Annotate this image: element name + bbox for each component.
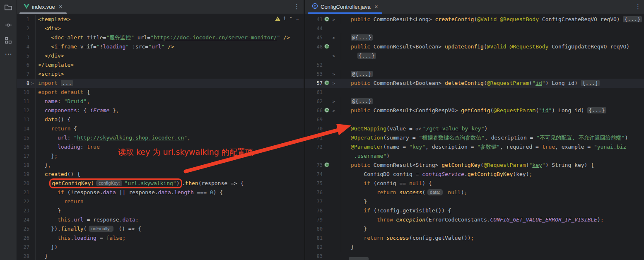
fold-chevron-icon[interactable]: > xyxy=(331,106,337,116)
code-line[interactable]: 71@Operation(summary = "根据参数键名查询参数值", de… xyxy=(305,133,644,142)
code-line[interactable]: 73public CommonResult<String> getConfigK… xyxy=(305,161,644,170)
code-line[interactable]: 22 return xyxy=(17,197,304,206)
code-line[interactable]: 8>import ... xyxy=(17,79,304,88)
line-number: 78 xyxy=(305,206,323,215)
line-number: 28 xyxy=(17,252,29,260)
code-line[interactable]: 2 <div> xyxy=(17,24,304,33)
fold-chevron-icon[interactable]: > xyxy=(29,79,35,88)
code-line[interactable]: 52 xyxy=(305,60,644,70)
prev-warning-icon[interactable]: ⌃ xyxy=(289,16,293,22)
code-line[interactable]: 77 } xyxy=(305,197,644,206)
request-mapping-icon[interactable] xyxy=(323,16,331,25)
line-number: 62 xyxy=(305,97,323,106)
line-number: 20 xyxy=(17,179,29,188)
kebab-menu-icon[interactable]: ⋮ xyxy=(294,3,300,10)
code-line[interactable]: 7<script> xyxy=(17,70,304,79)
inspection-widget[interactable]: 1 ⌃ ⌄ xyxy=(275,16,299,22)
code-line[interactable]: 16 loading: true xyxy=(17,142,304,152)
code-line[interactable]: 20 getConfigKey(configKey:"url.skywalkin… xyxy=(17,179,304,188)
code-line[interactable]: 15 url: "http://skywalking.shop.iocoder.… xyxy=(17,133,304,142)
line-number: 17 xyxy=(17,152,29,161)
code-line[interactable]: 66>public CommonResult<ConfigRespVO> get… xyxy=(305,106,644,115)
code-line[interactable]: 45>@{...} xyxy=(305,33,644,42)
code-line[interactable]: 81 return success(config.getValue()); xyxy=(305,234,644,243)
code-line[interactable]: 1<template> xyxy=(17,15,304,24)
close-icon[interactable]: ✕ xyxy=(374,4,378,10)
code-line[interactable]: 4 <i-frame v-if="!loading" :src="url" /> xyxy=(17,42,304,51)
code-line[interactable]: 13 data() { xyxy=(17,115,304,124)
code-line[interactable]: 70@GetMapping(value = ⊕˅"/get-value-by-k… xyxy=(305,124,644,133)
fold-chevron-icon[interactable]: > xyxy=(331,34,337,43)
more-icon[interactable]: ⋯ xyxy=(5,50,12,58)
code-line[interactable]: 72@Parameter(name = "key", description =… xyxy=(305,142,644,152)
request-mapping-icon[interactable] xyxy=(323,79,331,89)
code-line[interactable]: 24 this.url = response.data; xyxy=(17,215,304,224)
code-line[interactable]: 3 <doc-alert title="服务监控" url="https://d… xyxy=(17,33,304,42)
code-line[interactable]: 27 }) xyxy=(17,243,304,252)
code-line[interactable]: 5 </div> xyxy=(17,51,304,60)
request-mapping-icon[interactable] xyxy=(323,107,331,116)
code-line[interactable]: 61 xyxy=(305,88,644,97)
code-line[interactable]: 18 }, xyxy=(17,161,304,170)
tab-index-vue[interactable]: index.vue ✕ xyxy=(19,0,67,14)
code-line[interactable]: 44 xyxy=(305,24,644,33)
code-line[interactable]: 17 }; xyxy=(17,152,304,161)
close-icon[interactable]: ✕ xyxy=(59,4,63,10)
code-line[interactable]: 80 } xyxy=(305,224,644,234)
tab-configcontroller-java[interactable]: C ConfigController.java ✕ xyxy=(308,0,382,14)
line-number: 19 xyxy=(17,170,29,179)
fold-chevron-icon[interactable]: > xyxy=(331,52,337,61)
tab-bar-right: C ConfigController.java ✕ ⋮ xyxy=(305,0,644,14)
fold-chevron-icon[interactable]: > xyxy=(331,97,337,106)
kebab-menu-icon[interactable]: ⋮ xyxy=(635,3,641,10)
code-line[interactable]: 14 return { xyxy=(17,124,304,133)
fold-chevron-icon[interactable]: > xyxy=(331,15,337,24)
code-line[interactable]: 57>public CommonResult<Boolean> deleteCo… xyxy=(305,79,644,88)
code-line[interactable]: 6</template> xyxy=(17,60,304,70)
code-line[interactable]: 26 this.loading = false; xyxy=(17,234,304,243)
line-number: 82 xyxy=(305,243,323,252)
code-line[interactable]: 53>@{...} xyxy=(305,70,644,79)
structure-icon[interactable] xyxy=(5,37,12,46)
code-line[interactable]: 21 if (!response.data || response.data.l… xyxy=(17,188,304,197)
code-line[interactable]: 48public CommonResult<Boolean> updateCon… xyxy=(305,42,644,51)
code-line[interactable]: 25 }).finally(onFinally: () => { xyxy=(17,224,304,234)
project-folder-icon[interactable] xyxy=(4,3,12,13)
editor-pane-left: index.vue ✕ ⋮ 1<template>2 <div>3 <doc-a… xyxy=(17,0,304,260)
code-line[interactable]: 11 name: "Druid", xyxy=(17,97,304,106)
code-line[interactable]: > {...} xyxy=(305,51,644,60)
code-line[interactable]: 79 throw exception(ErrorCodeConstants.CO… xyxy=(305,215,644,224)
code-line[interactable]: 76 return success(data: null); xyxy=(305,188,644,197)
tab-bar-left: index.vue ✕ ⋮ xyxy=(17,0,304,14)
code-line[interactable]: 41>public CommonResult<Long> createConfi… xyxy=(305,15,644,24)
code-line[interactable]: 62>@{...} xyxy=(305,97,644,106)
code-line[interactable]: .username") xyxy=(305,152,644,161)
code-line[interactable]: 69 xyxy=(305,115,644,124)
request-mapping-icon[interactable] xyxy=(323,43,331,52)
line-number: 66 xyxy=(305,106,323,115)
code-line[interactable]: 74 ConfigDO config = configService.getCo… xyxy=(305,170,644,179)
code-line[interactable]: 10export default { xyxy=(17,88,304,97)
code-editor-left[interactable]: 1<template>2 <div>3 <doc-alert title="服务… xyxy=(17,14,304,260)
code-line[interactable]: 28 } xyxy=(17,252,304,260)
line-number: 1 xyxy=(17,15,29,24)
line-number: 77 xyxy=(305,197,323,206)
request-mapping-icon[interactable] xyxy=(323,161,331,171)
code-editor-right[interactable]: 41>public CommonResult<Long> createConfi… xyxy=(305,14,644,260)
commit-icon[interactable] xyxy=(5,22,12,30)
code-line[interactable]: 19 created() { xyxy=(17,170,304,179)
code-line[interactable]: 23 } xyxy=(17,206,304,215)
code-line[interactable]: 82} xyxy=(305,243,644,252)
fold-chevron-icon[interactable]: > xyxy=(331,70,337,79)
line-number: 81 xyxy=(305,234,323,243)
code-line[interactable]: 75 if (config == null) { xyxy=(305,179,644,188)
line-number: 41 xyxy=(305,15,323,24)
line-number: 53 xyxy=(305,70,323,79)
line-number: 71 xyxy=(305,133,323,142)
line-number: 6 xyxy=(17,60,29,70)
next-warning-icon[interactable]: ⌄ xyxy=(296,16,299,22)
line-number: 27 xyxy=(17,243,29,252)
code-line[interactable]: 78 if (!config.getVisible()) { xyxy=(305,206,644,215)
code-line[interactable]: 12 components: { iFrame }, xyxy=(17,106,304,115)
fold-chevron-icon[interactable]: > xyxy=(331,79,337,88)
